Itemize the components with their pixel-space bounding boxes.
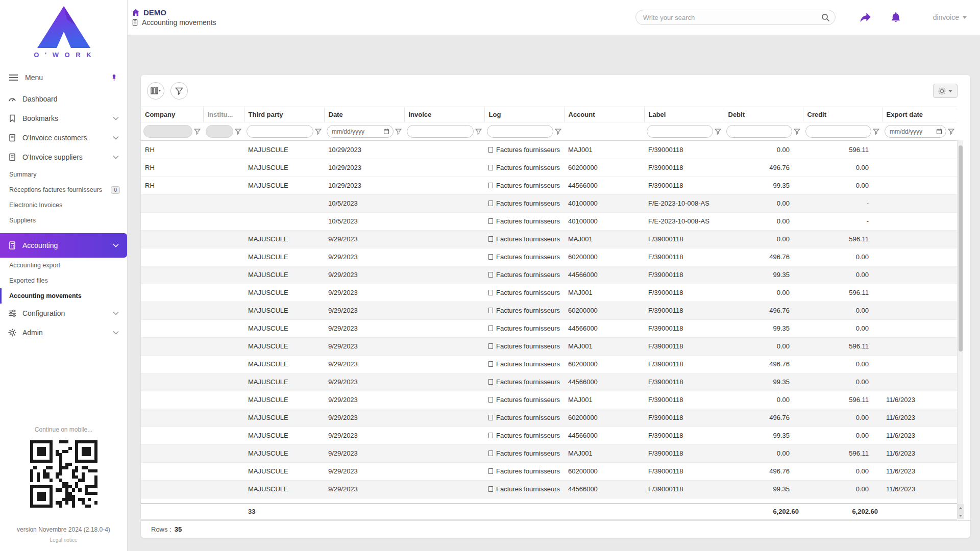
- sidebar-item-dashboard[interactable]: Dashboard: [0, 89, 127, 109]
- table-row[interactable]: MAJUSCULE9/29/2023Factures fournisseurs6…: [141, 409, 957, 427]
- cell-company: [141, 230, 203, 248]
- search-box[interactable]: [635, 10, 836, 25]
- table-row[interactable]: MAJUSCULE9/29/2023Factures fournisseurs4…: [141, 480, 957, 498]
- column-header-institution[interactable]: Institu...: [203, 107, 244, 122]
- filter-credit-input[interactable]: [805, 125, 871, 138]
- sidebar-item-accounting-export[interactable]: Accounting export: [0, 258, 127, 273]
- table-totals: 33 6,202.60 6,202.60: [141, 504, 957, 519]
- column-header-export-date[interactable]: Export date: [882, 107, 957, 122]
- table-row[interactable]: MAJUSCULE9/29/2023Factures fournisseursM…: [141, 337, 957, 355]
- column-header-label[interactable]: Label: [644, 107, 724, 122]
- sidebar-item-configuration[interactable]: Configuration: [0, 304, 127, 323]
- cell-log: Factures fournisseurs: [484, 391, 564, 409]
- user-menu[interactable]: dinvoice: [933, 13, 967, 21]
- sidebar-item-oinvoice-customers[interactable]: O'Invoice customers: [0, 128, 127, 147]
- scroll-up-button[interactable]: [958, 504, 964, 512]
- filter-log-input[interactable]: [487, 125, 553, 138]
- scroll-down-button[interactable]: [958, 512, 964, 519]
- cell-label: F/39000118: [644, 427, 724, 444]
- table-row[interactable]: MAJUSCULE9/29/2023Factures fournisseurs4…: [141, 266, 957, 284]
- column-header-company[interactable]: Company: [141, 107, 203, 122]
- sidebar-item-exported-files[interactable]: Exported files: [0, 273, 127, 288]
- header-row: Company Institu... Third party Date Invo…: [141, 107, 957, 122]
- cell-export-date: [882, 355, 957, 373]
- count-badge: 0: [111, 186, 120, 194]
- hamburger-icon[interactable]: [9, 74, 18, 81]
- table-row[interactable]: RHMAJUSCULE10/29/2023Factures fournisseu…: [141, 141, 957, 159]
- log-glyph-icon: [488, 361, 493, 367]
- filter-funnel-icon[interactable]: [235, 129, 241, 135]
- table-row[interactable]: MAJUSCULE9/29/2023Factures fournisseurs4…: [141, 319, 957, 337]
- cell-log: Factures fournisseurs: [484, 177, 564, 194]
- table-row[interactable]: MAJUSCULE9/29/2023Factures fournisseursM…: [141, 230, 957, 248]
- cell-date: 9/29/2023: [324, 462, 404, 480]
- sidebar-item-summary[interactable]: Summary: [0, 167, 127, 182]
- column-header-third-party[interactable]: Third party: [244, 107, 324, 122]
- filter-funnel-icon[interactable]: [794, 129, 800, 135]
- legal-notice-link[interactable]: Legal notice: [50, 537, 78, 543]
- calendar-icon[interactable]: [383, 128, 389, 135]
- column-header-debit[interactable]: Debit: [724, 107, 803, 122]
- filter-toggle-button[interactable]: [170, 82, 188, 99]
- table-row[interactable]: MAJUSCULE9/29/2023Factures fournisseursM…: [141, 391, 957, 409]
- table-row[interactable]: MAJUSCULE9/29/2023Factures fournisseurs4…: [141, 373, 957, 391]
- filter-label-input[interactable]: [647, 125, 713, 138]
- column-header-invoice[interactable]: Invoice: [404, 107, 484, 122]
- user-menu-label: dinvoice: [933, 13, 959, 21]
- table-row[interactable]: MAJUSCULE9/29/2023Factures fournisseurs6…: [141, 355, 957, 373]
- cell-account: 40100000: [564, 212, 644, 230]
- column-header-account[interactable]: Account: [564, 107, 644, 122]
- filter-debit-input[interactable]: [726, 125, 792, 138]
- filter-third-party-input[interactable]: [247, 125, 313, 138]
- search-input[interactable]: [643, 14, 821, 21]
- sidebar-item-electronic-invoices[interactable]: Electronic Invoices: [0, 197, 127, 213]
- table-row[interactable]: MAJUSCULE9/29/2023Factures fournisseursM…: [141, 444, 957, 462]
- sidebar-item-bookmarks[interactable]: Bookmarks: [0, 109, 127, 128]
- table-row[interactable]: RHMAJUSCULE10/29/2023Factures fournisseu…: [141, 159, 957, 177]
- pin-sidebar-icon[interactable]: [110, 73, 118, 82]
- table-row[interactable]: 10/5/2023Factures fournisseurs40100000F/…: [141, 212, 957, 230]
- bell-icon: [890, 12, 901, 23]
- column-chooser-button[interactable]: [147, 82, 164, 99]
- table-settings-button[interactable]: [933, 84, 958, 98]
- search-icon[interactable]: [821, 13, 830, 22]
- table-row[interactable]: 10/5/2023Factures fournisseurs40100000F/…: [141, 194, 957, 212]
- column-header-date[interactable]: Date: [324, 107, 404, 122]
- share-button[interactable]: [859, 12, 872, 23]
- filter-funnel-icon[interactable]: [948, 129, 954, 135]
- cell-credit: 596.11: [803, 284, 882, 302]
- sidebar-item-accounting-movements[interactable]: Accounting movements: [0, 288, 127, 304]
- filter-funnel-icon[interactable]: [475, 129, 482, 135]
- cell-third-party: MAJUSCULE: [244, 284, 324, 302]
- sidebar-item-oinvoice-suppliers[interactable]: O'Invoice suppliers: [0, 147, 127, 167]
- table-row[interactable]: MAJUSCULE9/29/2023Factures fournisseurs4…: [141, 427, 957, 444]
- filter-institution-input[interactable]: [206, 125, 233, 138]
- calendar-icon[interactable]: [936, 128, 942, 135]
- sidebar-item-accounting[interactable]: Accounting: [0, 233, 127, 258]
- filter-funnel-icon[interactable]: [873, 129, 879, 135]
- table-row[interactable]: MAJUSCULE9/29/2023Factures fournisseurs6…: [141, 248, 957, 266]
- notifications-button[interactable]: [890, 12, 901, 23]
- column-header-log[interactable]: Log: [484, 107, 564, 122]
- filter-funnel-icon[interactable]: [194, 129, 201, 135]
- table-area: Company Institu... Third party Date Invo…: [141, 107, 963, 519]
- sidebar-item-admin[interactable]: Admin: [0, 323, 127, 342]
- scrollbar-thumb[interactable]: [959, 145, 963, 352]
- filter-funnel-icon[interactable]: [715, 129, 721, 135]
- filter-invoice-input[interactable]: [407, 125, 474, 138]
- table-row[interactable]: MAJUSCULE9/29/2023Factures fournisseurs6…: [141, 462, 957, 480]
- filter-funnel-icon[interactable]: [315, 129, 322, 135]
- filter-funnel-icon[interactable]: [395, 129, 402, 135]
- column-header-credit[interactable]: Credit: [803, 107, 882, 122]
- cell-third-party: [244, 212, 324, 230]
- sidebar-item-label: Electronic Invoices: [9, 202, 120, 209]
- cell-label: F/39000118: [644, 141, 724, 159]
- filter-company-input[interactable]: [143, 125, 192, 138]
- table-row[interactable]: MAJUSCULE9/29/2023Factures fournisseursM…: [141, 284, 957, 302]
- table-row[interactable]: RHMAJUSCULE10/29/2023Factures fournisseu…: [141, 177, 957, 194]
- filter-funnel-icon[interactable]: [555, 129, 561, 135]
- table-row[interactable]: MAJUSCULE9/29/2023Factures fournisseurs6…: [141, 302, 957, 319]
- sidebar-item-suppliers[interactable]: Suppliers: [0, 213, 127, 228]
- vertical-scrollbar[interactable]: [957, 140, 963, 519]
- sidebar-item-receptions-factures[interactable]: Réceptions factures fournisseurs 0: [0, 182, 127, 197]
